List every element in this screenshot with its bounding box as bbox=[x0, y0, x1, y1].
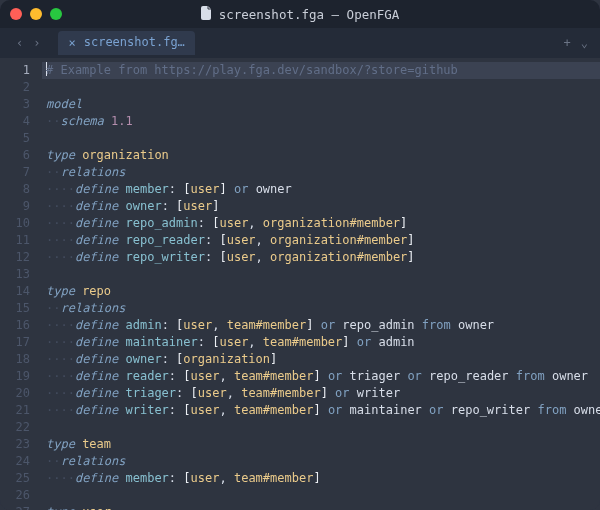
token-kw: relations bbox=[60, 454, 125, 468]
token-type: user bbox=[227, 250, 256, 264]
token-ws: ···· bbox=[46, 318, 75, 332]
code-line[interactable]: type organization bbox=[42, 147, 600, 164]
code-line[interactable] bbox=[42, 419, 600, 436]
code-line[interactable]: ····define repo_admin: [user, organizati… bbox=[42, 215, 600, 232]
code-line[interactable]: ····define maintainer: [user, team#membe… bbox=[42, 334, 600, 351]
token-ws: ···· bbox=[46, 233, 75, 247]
token-ws bbox=[444, 403, 451, 417]
token-kw: define bbox=[75, 318, 118, 332]
code-line[interactable]: ····define writer: [user, team#member] o… bbox=[42, 402, 600, 419]
token-ws bbox=[227, 403, 234, 417]
code-line[interactable]: ····define owner: [user] bbox=[42, 198, 600, 215]
token-rel: owner bbox=[126, 199, 162, 213]
code-line[interactable] bbox=[42, 487, 600, 504]
code-line[interactable]: ····define repo_reader: [user, organizat… bbox=[42, 232, 600, 249]
code-line[interactable]: ····define member: [user] or owner bbox=[42, 181, 600, 198]
token-comment: # Example from https://play.fga.dev/sand… bbox=[46, 63, 458, 77]
tab-close-icon[interactable]: × bbox=[68, 36, 75, 50]
line-number: 2 bbox=[0, 79, 42, 96]
token-brace: ] bbox=[219, 182, 226, 196]
token-type: user bbox=[219, 216, 248, 230]
token-rel: triager bbox=[126, 386, 177, 400]
code-line[interactable]: type team bbox=[42, 436, 600, 453]
line-number: 12 bbox=[0, 249, 42, 266]
token-ws: ···· bbox=[46, 386, 75, 400]
token-ws bbox=[118, 403, 125, 417]
code-line[interactable]: type user bbox=[42, 504, 600, 510]
token-ws bbox=[342, 403, 349, 417]
code-line[interactable]: ··schema 1.1 bbox=[42, 113, 600, 130]
titlebar[interactable]: screenshot.fga — OpenFGA bbox=[0, 0, 600, 28]
token-ws: ···· bbox=[46, 352, 75, 366]
token-brace: [ bbox=[183, 369, 190, 383]
token-kw: define bbox=[75, 182, 118, 196]
token-plain: : bbox=[198, 335, 205, 349]
token-type: user bbox=[191, 403, 220, 417]
code-line[interactable]: model bbox=[42, 96, 600, 113]
code-line[interactable] bbox=[42, 79, 600, 96]
token-kw: type bbox=[46, 284, 75, 298]
line-number: 26 bbox=[0, 487, 42, 504]
token-ws bbox=[422, 369, 429, 383]
token-ws: ·· bbox=[46, 301, 60, 315]
code-line[interactable]: type repo bbox=[42, 283, 600, 300]
code-line[interactable]: ··relations bbox=[42, 300, 600, 317]
code-editor[interactable]: 1234567891011121314151617181920212223242… bbox=[0, 58, 600, 510]
code-area[interactable]: # Example from https://play.fga.dev/sand… bbox=[42, 58, 600, 510]
token-ws bbox=[118, 386, 125, 400]
token-plain: repo_admin bbox=[342, 318, 414, 332]
token-rel: writer bbox=[126, 403, 169, 417]
line-number: 6 bbox=[0, 147, 42, 164]
token-type: team#member bbox=[234, 369, 313, 383]
tab-bar: ‹ › × screenshot.fg… + ⌄ bbox=[0, 28, 600, 58]
code-line[interactable]: ····define reader: [user, team#member] o… bbox=[42, 368, 600, 385]
token-ws bbox=[169, 199, 176, 213]
token-brace: ] bbox=[313, 403, 320, 417]
nav-back-icon[interactable]: ‹ bbox=[12, 34, 27, 52]
token-type: user bbox=[191, 182, 220, 196]
tab-label: screenshot.fg… bbox=[84, 35, 185, 49]
token-brace: ] bbox=[313, 471, 320, 485]
code-line[interactable] bbox=[42, 130, 600, 147]
line-number: 8 bbox=[0, 181, 42, 198]
token-plain: triager bbox=[350, 369, 401, 383]
token-ws bbox=[566, 403, 573, 417]
code-line[interactable]: ····define admin: [user, team#member] or… bbox=[42, 317, 600, 334]
token-ws bbox=[219, 318, 226, 332]
token-brace: ] bbox=[212, 199, 219, 213]
token-ws: ···· bbox=[46, 199, 75, 213]
code-line[interactable]: ····define owner: [organization] bbox=[42, 351, 600, 368]
token-ws bbox=[422, 403, 429, 417]
line-number: 22 bbox=[0, 419, 42, 436]
line-number: 10 bbox=[0, 215, 42, 232]
token-type: organization#member bbox=[270, 233, 407, 247]
code-line[interactable] bbox=[42, 266, 600, 283]
code-line[interactable]: ··relations bbox=[42, 453, 600, 470]
token-type: organization#member bbox=[263, 216, 400, 230]
token-kw: schema bbox=[60, 114, 103, 128]
token-ws bbox=[118, 471, 125, 485]
code-line[interactable]: ····define repo_writer: [user, organizat… bbox=[42, 249, 600, 266]
nav-forward-icon[interactable]: › bbox=[29, 34, 44, 52]
line-number: 13 bbox=[0, 266, 42, 283]
token-plain: : bbox=[169, 182, 176, 196]
token-rel: reader bbox=[126, 369, 169, 383]
token-rel: maintainer bbox=[126, 335, 198, 349]
tab-screenshot-fga[interactable]: × screenshot.fg… bbox=[58, 31, 194, 55]
token-op: from bbox=[422, 318, 451, 332]
line-number: 21 bbox=[0, 402, 42, 419]
token-type: team#member bbox=[234, 403, 313, 417]
token-type: user bbox=[183, 318, 212, 332]
code-line[interactable]: # Example from https://play.fga.dev/sand… bbox=[42, 62, 600, 79]
new-tab-icon[interactable]: + bbox=[564, 36, 571, 50]
token-brace: ] bbox=[321, 386, 328, 400]
token-kw: define bbox=[75, 216, 118, 230]
tabs-overflow-icon[interactable]: ⌄ bbox=[581, 36, 588, 50]
token-rel: repo_reader bbox=[126, 233, 205, 247]
window-title: screenshot.fga — OpenFGA bbox=[0, 6, 600, 23]
line-number: 23 bbox=[0, 436, 42, 453]
code-line[interactable]: ····define triager: [user, team#member] … bbox=[42, 385, 600, 402]
line-number: 14 bbox=[0, 283, 42, 300]
code-line[interactable]: ····define member: [user, team#member] bbox=[42, 470, 600, 487]
code-line[interactable]: ··relations bbox=[42, 164, 600, 181]
